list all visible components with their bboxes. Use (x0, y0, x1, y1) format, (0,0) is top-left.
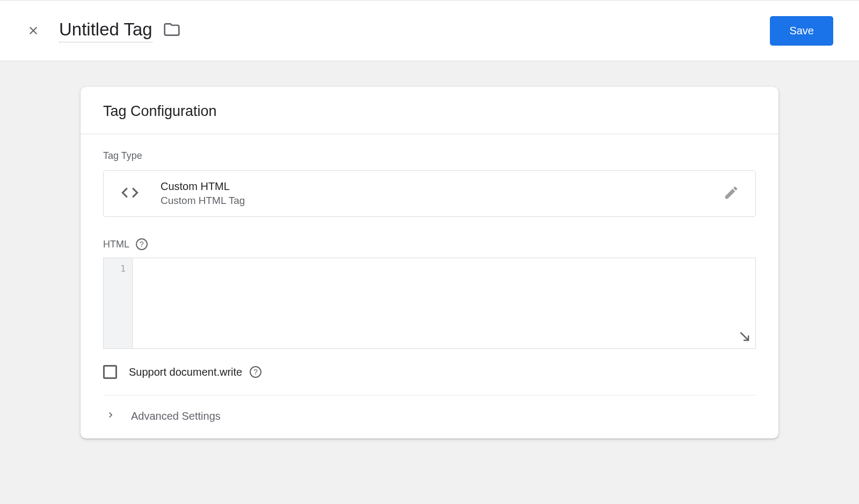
card-title: Tag Configuration (81, 87, 778, 134)
line-number: 1 (104, 264, 126, 274)
code-icon (120, 182, 140, 205)
support-docwrite-checkbox[interactable] (103, 365, 117, 379)
canvas: Tag Configuration Tag Type Custom HTML C… (0, 61, 859, 464)
support-docwrite-label: Support document.write (129, 366, 242, 378)
help-icon[interactable]: ? (250, 366, 261, 378)
html-field-label: HTML (103, 239, 129, 250)
resize-icon[interactable] (738, 330, 751, 345)
support-docwrite-row: Support document.write ? (103, 365, 756, 396)
tag-config-card: Tag Configuration Tag Type Custom HTML C… (81, 87, 778, 439)
tag-type-selector[interactable]: Custom HTML Custom HTML Tag (103, 170, 756, 217)
chevron-right-icon (105, 410, 116, 422)
save-button[interactable]: Save (770, 16, 833, 46)
page-header: Untitled Tag Save (0, 0, 859, 61)
tag-type-description: Custom HTML Tag (161, 195, 723, 207)
code-input[interactable] (133, 258, 755, 348)
html-editor: 1 (103, 258, 756, 349)
close-icon[interactable] (26, 23, 41, 38)
tag-title-input[interactable]: Untitled Tag (59, 19, 152, 42)
folder-icon[interactable] (163, 21, 180, 40)
advanced-settings-label: Advanced Settings (131, 410, 221, 422)
tag-type-name: Custom HTML (161, 180, 723, 193)
help-icon[interactable]: ? (136, 238, 148, 250)
tag-type-label: Tag Type (103, 150, 756, 162)
editor-gutter: 1 (104, 258, 133, 348)
pencil-icon[interactable] (723, 185, 739, 203)
advanced-settings-toggle[interactable]: Advanced Settings (103, 396, 756, 439)
